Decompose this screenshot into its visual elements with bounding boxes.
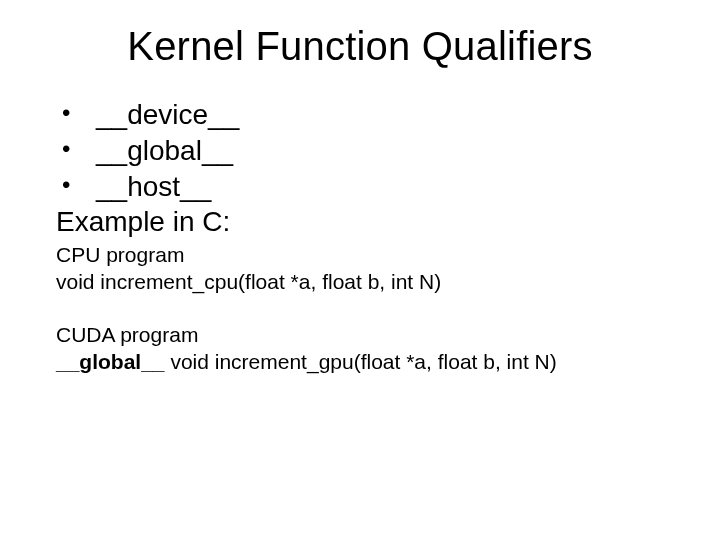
cuda-code: __global__ void increment_gpu(float *a, … <box>56 349 672 376</box>
qualifier-list: __device__ __global__ __host__ <box>48 97 672 204</box>
list-item: __device__ <box>56 97 672 133</box>
spacer <box>48 296 672 322</box>
example-label: Example in C: <box>56 206 672 238</box>
cuda-qualifier: __global__ <box>56 350 165 373</box>
list-item: __global__ <box>56 133 672 169</box>
slide: Kernel Function Qualifiers __device__ __… <box>0 0 720 540</box>
cpu-block: CPU program void increment_cpu(float *a,… <box>56 242 672 296</box>
list-item: __host__ <box>56 169 672 205</box>
cpu-heading: CPU program <box>56 242 672 269</box>
slide-title: Kernel Function Qualifiers <box>48 24 672 69</box>
cuda-heading: CUDA program <box>56 322 672 349</box>
cuda-code-rest: void increment_gpu(float *a, float b, in… <box>165 350 557 373</box>
cuda-block: CUDA program __global__ void increment_g… <box>56 322 672 376</box>
cpu-code: void increment_cpu(float *a, float b, in… <box>56 269 672 296</box>
